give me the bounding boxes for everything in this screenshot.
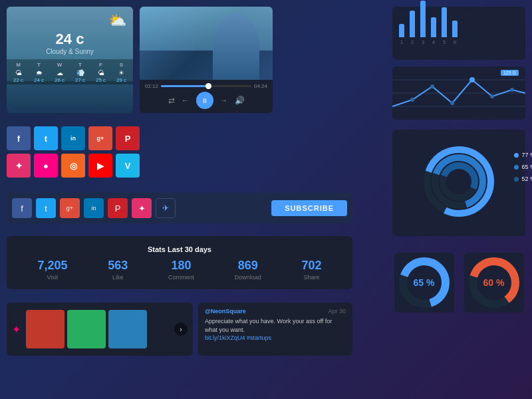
- stats-header: Stats Last 30 days: [17, 245, 342, 253]
- social-icon[interactable]: ▶: [88, 154, 112, 178]
- stats-title: Stats: [148, 245, 166, 253]
- social-icon[interactable]: ◎: [61, 154, 85, 178]
- volume-button[interactable]: 🔊: [235, 96, 245, 105]
- bar-column: 4: [431, 17, 436, 45]
- progress-track[interactable]: [161, 85, 251, 87]
- play-pause-button[interactable]: ⏸: [196, 92, 213, 109]
- stat-item: 7,205Visit: [37, 259, 67, 281]
- tweet-link[interactable]: bit.ly/1kiXZqU4 #startups: [205, 334, 271, 341]
- subscribe-social-icon[interactable]: f: [12, 198, 32, 218]
- music-player: 02:12 04:24 ⇄ ← ⏸ → 🔊: [140, 7, 273, 113]
- svg-point-4: [410, 98, 414, 102]
- bar-chart: 123456: [399, 12, 519, 45]
- stat-item: 180Comment: [168, 259, 194, 281]
- stat-item: 702Share: [302, 259, 322, 281]
- weather-condition: Cloudy & Sunny: [7, 48, 133, 55]
- tweet-widget: @NeonSquare Apr 30 Appreciate what you h…: [198, 303, 352, 356]
- bar-column: 5: [442, 7, 447, 45]
- shuffle-button[interactable]: ⇄: [168, 96, 175, 105]
- social-icon[interactable]: V: [116, 154, 140, 178]
- donut-chart-big: 77 % 65 % 52 %: [392, 130, 525, 236]
- social-icon[interactable]: ●: [34, 154, 58, 178]
- small-donuts: 65 % 60 %: [392, 249, 525, 316]
- svg-point-7: [490, 94, 494, 98]
- weather-day: M🌤22 c: [8, 62, 29, 83]
- svg-point-6: [450, 101, 454, 105]
- tweet-text: Appreciate what you have. Work your ass …: [205, 317, 346, 342]
- time-current: 02:12: [145, 83, 158, 89]
- donut-pct-orange: 60 %: [483, 277, 505, 288]
- stats-row: 7,205Visit563Like180Comment869Download70…: [17, 259, 342, 281]
- stat-item: 563Like: [108, 259, 128, 281]
- subscribe-social-icon[interactable]: ✦: [132, 198, 152, 218]
- photo-thumbnail[interactable]: [67, 310, 106, 348]
- bar-column: 3: [420, 1, 426, 45]
- svg-point-8: [510, 88, 514, 92]
- weather-days: M🌤22 cT🌧24 cW☁26 cT💨27 cF🌤25 cS☀29 c: [7, 59, 133, 84]
- social-icon[interactable]: g+: [88, 126, 112, 150]
- legend-pct-3: 52 %: [521, 176, 532, 182]
- subscribe-social-icon[interactable]: t: [36, 198, 56, 218]
- svg-point-5: [430, 84, 434, 88]
- album-art: [140, 7, 273, 80]
- cloud-icon: ⛅: [108, 12, 126, 29]
- stats-subtitle: Last 30 days: [168, 245, 211, 253]
- social-icon[interactable]: ✦: [7, 154, 31, 178]
- svg-point-3: [469, 77, 475, 82]
- weather-day: W☁26 c: [49, 62, 70, 83]
- donut-svg-big: [422, 145, 495, 218]
- weather-day: S☀29 c: [111, 62, 132, 83]
- weather-widget: ⛅ 24 c Cloudy & Sunny M🌤22 cT🌧24 cW☁26 c…: [7, 7, 133, 113]
- tweet-user: @NeonSquare: [205, 308, 246, 315]
- prev-button[interactable]: ←: [182, 96, 190, 105]
- weather-day: T🌧24 c: [29, 62, 49, 83]
- bar-column: 1: [399, 24, 404, 45]
- social-icon[interactable]: t: [34, 126, 58, 150]
- weather-day: F🌤25 c: [90, 62, 111, 83]
- photo-next-button[interactable]: ›: [174, 323, 188, 336]
- bar-column: 6: [452, 21, 458, 45]
- social-icon[interactable]: P: [116, 126, 140, 150]
- photo-thumbnail[interactable]: [108, 310, 147, 348]
- subscribe-social-icon[interactable]: g+: [60, 198, 80, 218]
- stats-widget: Stats Last 30 days 7,205Visit563Like180C…: [7, 236, 352, 289]
- temperature: 24 c: [7, 31, 133, 48]
- legend-pct-2: 65 %: [521, 164, 532, 170]
- subscribe-button[interactable]: SUBSCRIBE: [271, 200, 347, 216]
- bar-chart-widget: 123456: [392, 7, 525, 60]
- stat-item: 869Download: [235, 259, 261, 281]
- photo-thumbnail[interactable]: [26, 310, 65, 348]
- subscribe-social-icon[interactable]: in: [84, 198, 104, 218]
- next-button[interactable]: →: [220, 96, 228, 105]
- weather-day: T💨27 c: [70, 62, 90, 83]
- social-icons-grid: fting+P✦●◎▶V: [7, 126, 140, 178]
- social-icon[interactable]: in: [61, 126, 85, 150]
- small-donut-orange: 60 %: [464, 253, 524, 313]
- tweet-date: Apr 30: [328, 308, 346, 315]
- player-controls: 02:12 04:24 ⇄ ← ⏸ → 🔊: [140, 80, 273, 112]
- bar-column: 2: [410, 11, 415, 45]
- photo-strip: ✦ ›: [7, 303, 193, 356]
- subscribe-social-icon[interactable]: P: [108, 198, 128, 218]
- time-total: 04:24: [254, 83, 267, 89]
- subscribe-bar: ftg+inP✦✈SUBSCRIBE: [7, 193, 352, 223]
- flickr-icon: ✦: [12, 323, 21, 336]
- line-chart-badge: 125 G: [501, 70, 519, 76]
- social-icon[interactable]: f: [7, 126, 31, 150]
- donut-legend: 77 % 65 % 52 %: [514, 152, 532, 182]
- line-chart-widget: 125 G: [392, 66, 525, 120]
- send-icon[interactable]: ✈: [156, 198, 176, 218]
- donut-pct-blue: 65 %: [414, 277, 435, 288]
- legend-pct-1: 77 %: [521, 152, 532, 158]
- small-donut-blue: 65 %: [394, 253, 454, 313]
